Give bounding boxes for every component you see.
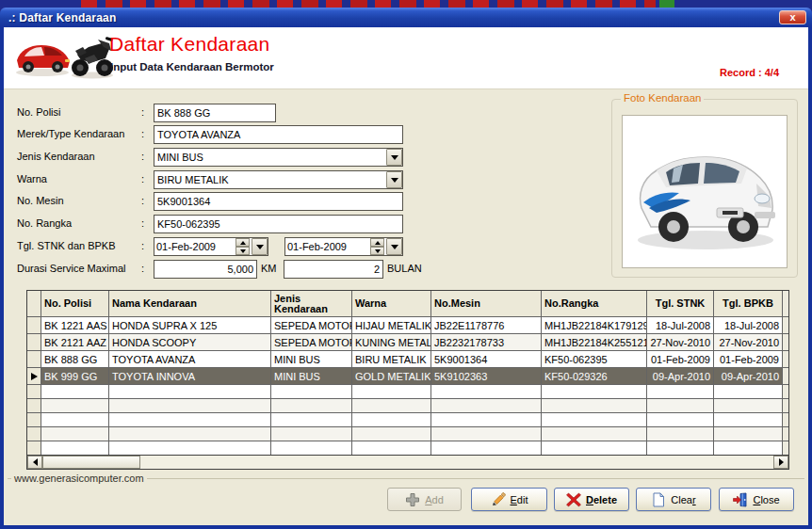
spin-down-button[interactable] — [235, 247, 250, 255]
tgl-bpkb-dropdown-button[interactable] — [386, 238, 402, 255]
scrollbar-thumb[interactable] — [42, 456, 140, 469]
column-header[interactable]: No. Polisi — [41, 291, 108, 316]
table-cell[interactable]: KUNING METALIK — [352, 334, 430, 350]
table-cell[interactable]: SEPEDA MOTOR — [271, 317, 351, 333]
table-cell[interactable]: SEPEDA MOTOR — [271, 334, 351, 350]
merek-type-input[interactable]: TOYOTA AVANZA — [154, 125, 403, 144]
delete-button-label: Delete — [586, 494, 617, 505]
delete-x-icon — [566, 492, 581, 507]
table-cell[interactable]: 09-Apr-2010 — [647, 368, 713, 384]
scroll-right-button[interactable] — [773, 456, 788, 469]
scrollbar-track[interactable] — [140, 456, 773, 469]
arrow-down-icon — [240, 249, 246, 253]
table-cell[interactable]: 09-Apr-2010 — [714, 368, 782, 384]
delete-button[interactable]: Delete — [554, 488, 629, 511]
empty-cell — [647, 441, 713, 455]
table-cell[interactable]: KF50-029326 — [542, 368, 646, 384]
close-button[interactable]: x — [779, 10, 806, 24]
row-selector[interactable] — [27, 351, 41, 367]
table-cell[interactable]: 01-Feb-2009 — [714, 351, 782, 367]
row-selector[interactable] — [27, 317, 41, 333]
colon: : — [141, 106, 144, 118]
colon: : — [141, 128, 144, 139]
no-rangka-input[interactable]: KF50-062395 — [154, 215, 403, 233]
spin-up-button[interactable] — [235, 238, 250, 247]
table-cell[interactable]: 5K9102363 — [431, 368, 541, 384]
add-button: Add — [387, 488, 462, 511]
table-cell[interactable]: MH1JB22184K255121 — [542, 334, 646, 350]
chevron-down-icon — [391, 178, 398, 183]
column-header[interactable]: Tgl. STNK — [647, 291, 713, 316]
edit-button[interactable]: Edit — [471, 488, 547, 511]
plus-icon — [405, 492, 420, 507]
table-cell[interactable]: BK 2121 AAZ — [41, 334, 108, 350]
scroll-left-button[interactable] — [27, 456, 42, 469]
close-window-button[interactable]: Close — [719, 488, 794, 511]
table-cell[interactable]: TOYOTA INNOVA — [109, 368, 270, 384]
no-mesin-input[interactable]: 5K9001364 — [154, 192, 403, 211]
durasi-bulan-input[interactable]: 2 — [284, 260, 383, 279]
empty-cell — [41, 427, 108, 441]
titlebar[interactable]: .: Daftar Kendaraan x — [0, 8, 812, 27]
empty-cell — [647, 427, 713, 441]
warna-combobox[interactable]: BIRU METALIK — [154, 170, 403, 189]
tgl-stnk-dropdown-button[interactable] — [252, 238, 268, 255]
table-cell[interactable]: GOLD METALIK — [352, 368, 430, 384]
table-cell[interactable]: HONDA SUPRA X 125 — [109, 317, 270, 333]
durasi-km-input[interactable]: 5,000 — [154, 260, 257, 279]
empty-cell — [352, 413, 430, 426]
empty-cell — [714, 441, 782, 455]
horizontal-scrollbar[interactable] — [27, 455, 788, 469]
table-cell[interactable]: TOYOTA AVANZA — [109, 351, 270, 367]
column-header[interactable]: Tgl. BPKB — [714, 291, 782, 316]
table-cell[interactable]: 27-Nov-2010 — [647, 334, 713, 350]
warna-dropdown-button[interactable] — [386, 171, 402, 188]
spin-up-button[interactable] — [370, 238, 384, 247]
row-selector[interactable] — [27, 368, 41, 384]
column-header-filler — [783, 291, 788, 316]
spin-down-button[interactable] — [370, 247, 384, 255]
no-polisi-input[interactable]: BK 888 GG — [154, 104, 276, 122]
table-cell[interactable]: 18-Jul-2008 — [647, 317, 713, 333]
tgl-bpkb-spinner — [370, 238, 384, 255]
arrow-up-icon — [375, 241, 381, 245]
table-cell[interactable]: BK 999 GG — [41, 368, 108, 384]
table-cell[interactable]: BK 1221 AAS — [41, 317, 108, 333]
table-cell[interactable]: HIJAU METALIK — [352, 317, 430, 333]
table-cell[interactable]: 01-Feb-2009 — [647, 351, 713, 367]
colon: : — [141, 151, 144, 162]
empty-cell — [647, 413, 713, 426]
table-cell[interactable]: MINI BUS — [271, 351, 351, 367]
clear-button-label: Clear — [671, 494, 695, 505]
table-cell[interactable]: JB2232178733 — [431, 334, 541, 350]
row-selector[interactable] — [27, 334, 41, 350]
label-no-polisi: No. Polisi — [17, 106, 141, 118]
empty-cell — [271, 385, 351, 398]
clear-button[interactable]: Clear — [636, 488, 711, 511]
table-cell[interactable]: KF50-062395 — [542, 351, 646, 367]
jenis-kendaraan-combobox[interactable]: MINI BUS — [154, 148, 403, 167]
table-cell[interactable]: MH1JB22184K179129 — [542, 317, 646, 333]
empty-cell — [542, 427, 646, 441]
column-header[interactable]: Warna — [352, 291, 430, 316]
table-cell[interactable]: HONDA SCOOPY — [109, 334, 270, 350]
table-cell[interactable]: BK 888 GG — [41, 351, 108, 367]
table-cell[interactable]: BIRU METALIK — [352, 351, 430, 367]
table-cell[interactable]: 27-Nov-2010 — [714, 334, 782, 350]
car-icon — [13, 36, 72, 77]
tgl-bpkb-datepicker[interactable]: 01-Feb-2009 — [284, 237, 403, 256]
jenis-dropdown-button[interactable] — [386, 149, 402, 166]
empty-cell — [714, 413, 782, 426]
column-header[interactable]: Nama Kendaraan — [109, 291, 270, 316]
table-cell[interactable]: 18-Jul-2008 — [714, 317, 782, 333]
column-header[interactable]: Jenis Kendaraan — [271, 291, 351, 316]
table-cell[interactable]: 5K9001364 — [431, 351, 541, 367]
row-selector-header — [27, 291, 41, 316]
column-header[interactable]: No.Mesin — [431, 291, 541, 316]
table-cell[interactable]: MINI BUS — [271, 368, 351, 384]
tgl-stnk-datepicker[interactable]: 01-Feb-2009 — [154, 237, 268, 256]
colon: : — [141, 217, 144, 229]
table-cell-filler — [783, 413, 788, 426]
column-header[interactable]: No.Rangka — [542, 291, 646, 316]
table-cell[interactable]: JB22E1178776 — [431, 317, 541, 333]
